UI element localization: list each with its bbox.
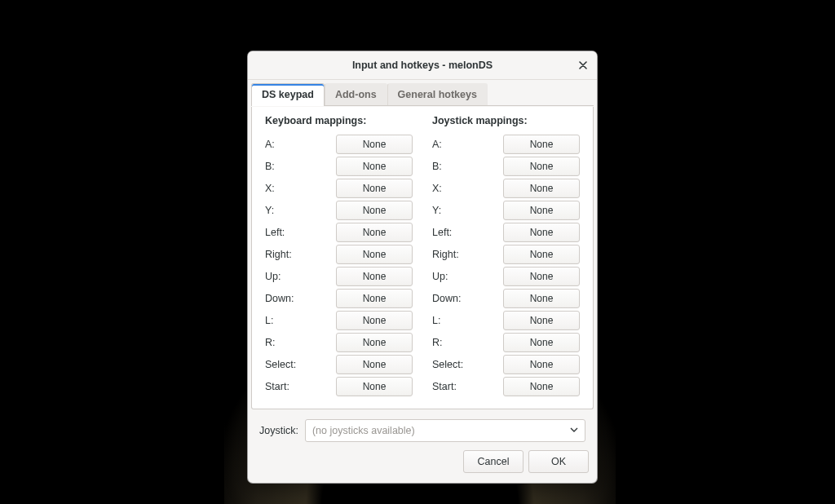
- joystick-mappings-column: Joystick mappings: A:NoneB:NoneX:NoneY:N…: [432, 115, 580, 397]
- keyboard-map-button-up[interactable]: None: [336, 267, 413, 286]
- joystick-map-button-up[interactable]: None: [503, 267, 580, 286]
- joystick-map-button-right[interactable]: None: [503, 245, 580, 264]
- joystick-map-label-y: Y:: [432, 205, 441, 216]
- joystick-map-row-left: Left:None: [432, 221, 580, 243]
- keyboard-map-label-right: Right:: [265, 249, 292, 260]
- keyboard-map-label-b: B:: [265, 161, 275, 172]
- joystick-map-label-b: B:: [432, 161, 442, 172]
- dialog-titlebar: Input and hotkeys - melonDS: [248, 51, 597, 80]
- keyboard-map-row-start: Start:None: [265, 375, 413, 397]
- joystick-map-button-b[interactable]: None: [503, 157, 580, 176]
- joystick-map-row-a: A:None: [432, 133, 580, 155]
- keyboard-map-button-x[interactable]: None: [336, 179, 413, 198]
- joystick-map-label-down: Down:: [432, 293, 461, 304]
- joystick-selector[interactable]: (no joysticks available): [305, 419, 585, 442]
- keyboard-map-row-y: Y:None: [265, 199, 413, 221]
- joystick-mappings-heading: Joystick mappings:: [432, 115, 580, 126]
- close-button[interactable]: [574, 56, 592, 74]
- keyboard-map-row-l: L:None: [265, 309, 413, 331]
- keyboard-map-label-up: Up:: [265, 271, 281, 282]
- keyboard-map-button-r[interactable]: None: [336, 333, 413, 352]
- tab-general-hotkeys[interactable]: General hotkeys: [387, 83, 488, 106]
- keyboard-mappings-heading: Keyboard mappings:: [265, 115, 413, 126]
- joystick-map-row-down: Down:None: [432, 287, 580, 309]
- joystick-map-label-r: R:: [432, 337, 443, 348]
- joystick-selector-row: Joystick: (no joysticks available): [248, 413, 597, 442]
- joystick-map-row-r: R:None: [432, 331, 580, 353]
- joystick-map-label-left: Left:: [432, 227, 452, 238]
- joystick-map-button-r[interactable]: None: [503, 333, 580, 352]
- keyboard-map-button-l[interactable]: None: [336, 311, 413, 330]
- keyboard-map-label-a: A:: [265, 139, 275, 150]
- joystick-map-row-b: B:None: [432, 155, 580, 177]
- keyboard-map-row-down: Down:None: [265, 287, 413, 309]
- joystick-map-label-up: Up:: [432, 271, 448, 282]
- keyboard-map-row-a: A:None: [265, 133, 413, 155]
- keyboard-map-label-left: Left:: [265, 227, 285, 238]
- joystick-map-label-a: A:: [432, 139, 442, 150]
- keyboard-map-label-y: Y:: [265, 205, 274, 216]
- keyboard-map-label-r: R:: [265, 337, 276, 348]
- joystick-map-row-x: X:None: [432, 177, 580, 199]
- dialog-button-row: Cancel OK: [248, 442, 597, 483]
- tab-add-ons[interactable]: Add-ons: [325, 83, 387, 106]
- dialog-title: Input and hotkeys - melonDS: [352, 60, 493, 71]
- keyboard-map-row-up: Up:None: [265, 265, 413, 287]
- tab-ds-keypad[interactable]: DS keypad: [251, 83, 325, 106]
- keyboard-map-button-left[interactable]: None: [336, 223, 413, 242]
- joystick-map-label-x: X:: [432, 183, 442, 194]
- keyboard-map-row-right: Right:None: [265, 243, 413, 265]
- tab-bar: DS keypad Add-ons General hotkeys: [248, 80, 597, 106]
- joystick-map-row-select: Select:None: [432, 353, 580, 375]
- keyboard-map-label-select: Select:: [265, 359, 296, 370]
- keyboard-map-row-b: B:None: [265, 155, 413, 177]
- joystick-map-label-select: Select:: [432, 359, 463, 370]
- cancel-button[interactable]: Cancel: [463, 450, 524, 473]
- keyboard-map-button-b[interactable]: None: [336, 157, 413, 176]
- joystick-map-button-start[interactable]: None: [503, 377, 580, 396]
- joystick-map-button-l[interactable]: None: [503, 311, 580, 330]
- joystick-map-button-select[interactable]: None: [503, 355, 580, 374]
- chevron-down-icon: [570, 425, 578, 436]
- joystick-map-button-a[interactable]: None: [503, 135, 580, 154]
- keyboard-map-row-r: R:None: [265, 331, 413, 353]
- joystick-map-label-start: Start:: [432, 381, 457, 392]
- joystick-map-row-l: L:None: [432, 309, 580, 331]
- keyboard-mappings-column: Keyboard mappings: A:NoneB:NoneX:NoneY:N…: [265, 115, 413, 397]
- keyboard-map-row-left: Left:None: [265, 221, 413, 243]
- tab-page-ds-keypad: Keyboard mappings: A:NoneB:NoneX:NoneY:N…: [251, 107, 594, 409]
- joystick-selector-label: Joystick:: [259, 425, 298, 436]
- joystick-map-button-x[interactable]: None: [503, 179, 580, 198]
- keyboard-map-button-right[interactable]: None: [336, 245, 413, 264]
- joystick-map-button-left[interactable]: None: [503, 223, 580, 242]
- keyboard-map-row-select: Select:None: [265, 353, 413, 375]
- keyboard-map-button-y[interactable]: None: [336, 201, 413, 220]
- keyboard-map-button-down[interactable]: None: [336, 289, 413, 308]
- keyboard-map-row-x: X:None: [265, 177, 413, 199]
- keyboard-map-button-start[interactable]: None: [336, 377, 413, 396]
- joystick-map-row-y: Y:None: [432, 199, 580, 221]
- joystick-map-button-down[interactable]: None: [503, 289, 580, 308]
- keyboard-map-label-down: Down:: [265, 293, 294, 304]
- joystick-map-button-y[interactable]: None: [503, 201, 580, 220]
- joystick-map-row-start: Start:None: [432, 375, 580, 397]
- keyboard-map-label-start: Start:: [265, 381, 289, 392]
- keyboard-map-button-a[interactable]: None: [336, 135, 413, 154]
- joystick-selector-value: (no joysticks available): [312, 425, 415, 436]
- keyboard-map-label-l: L:: [265, 315, 273, 326]
- ok-button[interactable]: OK: [528, 450, 589, 473]
- keyboard-map-button-select[interactable]: None: [336, 355, 413, 374]
- keyboard-map-label-x: X:: [265, 183, 275, 194]
- input-hotkeys-dialog: Input and hotkeys - melonDS DS keypad Ad…: [247, 51, 598, 484]
- joystick-map-label-l: L:: [432, 315, 440, 326]
- joystick-map-row-up: Up:None: [432, 265, 580, 287]
- joystick-map-label-right: Right:: [432, 249, 459, 260]
- joystick-map-row-right: Right:None: [432, 243, 580, 265]
- close-icon: [579, 60, 587, 72]
